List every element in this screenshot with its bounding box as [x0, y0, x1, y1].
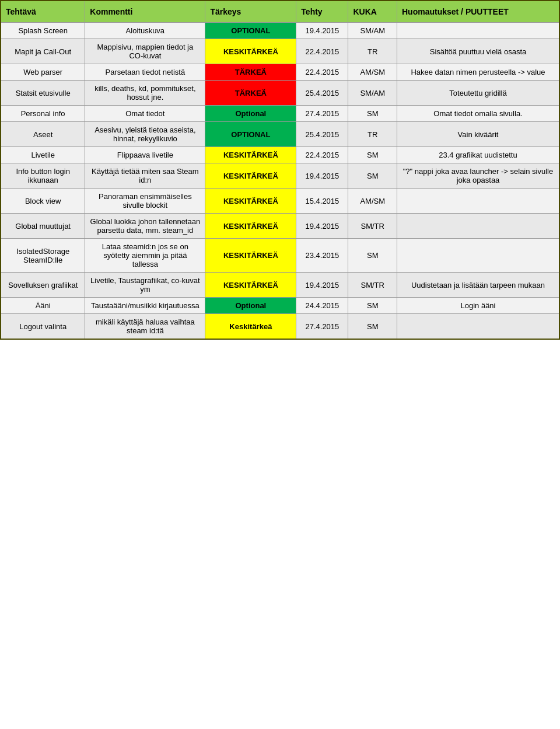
cell-huomautukset: Omat tiedot omalla sivulla.	[397, 106, 559, 122]
cell-huomautukset: Sisältöä puuttuu vielä osasta	[397, 39, 559, 64]
cell-tehtava: Logout valinta	[1, 314, 85, 340]
cell-tehtava: Block view	[1, 189, 85, 214]
cell-huomautukset: Hakee datan nimen perusteella -> value	[397, 64, 559, 81]
cell-kuka: SM/AM	[348, 23, 397, 39]
cell-tarkeys: Optional	[205, 106, 296, 122]
cell-huomautukset: Uudistetaan ja lisätään tarpeen mukaan	[397, 273, 559, 298]
cell-tehtava: Personal info	[1, 106, 85, 122]
cell-kuka: SM	[348, 106, 397, 122]
cell-tehty: 25.4.2015	[296, 122, 348, 147]
cell-tehtava: Global muuttujat	[1, 214, 85, 239]
table-row: Logout valintamikäli käyttäjä haluaa vai…	[1, 314, 559, 340]
cell-tehty: 15.4.2015	[296, 189, 348, 214]
cell-tarkeys: OPTIONAL	[205, 23, 296, 39]
cell-tarkeys: Optional	[205, 298, 296, 314]
cell-huomautukset	[397, 23, 559, 39]
table-row: Personal infoOmat tiedotOptional27.4.201…	[1, 106, 559, 122]
cell-huomautukset	[397, 189, 559, 214]
table-row: Info button login ikkunaanKäyttäjä tietä…	[1, 163, 559, 189]
cell-tarkeys: Keskitärkeä	[205, 314, 296, 340]
cell-huomautukset: Toteutettu gridillä	[397, 81, 559, 106]
cell-tehtava: IsolatedStorage SteamID:lle	[1, 239, 85, 273]
cell-kuka: SM/TR	[348, 273, 397, 298]
header-kommentti: Kommentti	[85, 1, 205, 23]
header-tarkeys: Tärkeys	[205, 1, 296, 23]
cell-kommentti: Käyttäjä tietää miten saa Steam id:n	[85, 163, 205, 189]
cell-kommentti: Aloituskuva	[85, 23, 205, 39]
table-row: Sovelluksen grafiikatLivetile, Taustagra…	[1, 273, 559, 298]
cell-huomautukset: Vain kiväärit	[397, 122, 559, 147]
cell-tarkeys: TÄRKEÄ	[205, 64, 296, 81]
cell-tehtava: Info button login ikkunaan	[1, 163, 85, 189]
header-kuka: KUKA	[348, 1, 397, 23]
cell-tarkeys: KESKITÄRKEÄ	[205, 163, 296, 189]
cell-huomautukset: 23.4 grafiikat uudistettu	[397, 147, 559, 163]
cell-kommentti: Flippaava livetile	[85, 147, 205, 163]
table-row: AseetAsesivu, yleistä tietoa aseista, hi…	[1, 122, 559, 147]
cell-tehty: 19.4.2015	[296, 273, 348, 298]
cell-kommentti: Panoraman ensimmäiselles sivulle blockit	[85, 189, 205, 214]
cell-tehtava: Splash Screen	[1, 23, 85, 39]
cell-tehty: 19.4.2015	[296, 23, 348, 39]
cell-tarkeys: KESKITÄRKEÄ	[205, 273, 296, 298]
cell-kommentti: Parsetaan tiedot netistä	[85, 64, 205, 81]
table-row: LivetileFlippaava livetileKESKITÄRKEÄ22.…	[1, 147, 559, 163]
cell-kuka: SM/AM	[348, 81, 397, 106]
cell-tehty: 27.4.2015	[296, 314, 348, 340]
cell-huomautukset	[397, 314, 559, 340]
table-row: Web parserParsetaan tiedot netistäTÄRKEÄ…	[1, 64, 559, 81]
header-tehty: Tehty	[296, 1, 348, 23]
cell-kommentti: mikäli käyttäjä haluaa vaihtaa steam id:…	[85, 314, 205, 340]
cell-kommentti: Livetile, Taustagrafiikat, co-kuvat ym	[85, 273, 205, 298]
cell-kommentti: Asesivu, yleistä tietoa aseista, hinnat,…	[85, 122, 205, 147]
table-row: Statsit etusivullekills, deaths, kd, pom…	[1, 81, 559, 106]
table-row: IsolatedStorage SteamID:lleLataa steamid…	[1, 239, 559, 273]
cell-tarkeys: KESKITÄRKEÄ	[205, 39, 296, 64]
cell-kuka: TR	[348, 122, 397, 147]
table-row: Global muuttujatGlobal luokka johon tall…	[1, 214, 559, 239]
cell-kuka: AM/SM	[348, 64, 397, 81]
cell-tehtava: Mapit ja Call-Out	[1, 39, 85, 64]
header-huomautukset: Huomautukset / PUUTTEET	[397, 1, 559, 23]
table-row: Splash ScreenAloituskuvaOPTIONAL19.4.201…	[1, 23, 559, 39]
main-table: Tehtävä Kommentti Tärkeys Tehty KUKA Huo…	[0, 0, 560, 340]
cell-tarkeys: TÄRKEÄ	[205, 81, 296, 106]
cell-tehty: 22.4.2015	[296, 64, 348, 81]
cell-tehtava: Aseet	[1, 122, 85, 147]
cell-kuka: SM	[348, 147, 397, 163]
cell-kuka: SM/TR	[348, 214, 397, 239]
cell-tarkeys: KESKITÄRKEÄ	[205, 147, 296, 163]
cell-tarkeys: OPTIONAL	[205, 122, 296, 147]
cell-kuka: AM/SM	[348, 189, 397, 214]
header-tehtava: Tehtävä	[1, 1, 85, 23]
cell-tehty: 22.4.2015	[296, 39, 348, 64]
cell-tehty: 27.4.2015	[296, 106, 348, 122]
table-row: Block viewPanoraman ensimmäiselles sivul…	[1, 189, 559, 214]
cell-tarkeys: KESKITÄRKEÄ	[205, 189, 296, 214]
cell-tehty: 22.4.2015	[296, 147, 348, 163]
cell-huomautukset: Login ääni	[397, 298, 559, 314]
cell-tehty: 19.4.2015	[296, 163, 348, 189]
cell-kuka: SM	[348, 314, 397, 340]
cell-tehty: 19.4.2015	[296, 214, 348, 239]
cell-kommentti: Lataa steamid:n jos se on syötetty aiemm…	[85, 239, 205, 273]
cell-kuka: SM	[348, 298, 397, 314]
cell-kuka: SM	[348, 239, 397, 273]
cell-kommentti: Taustaääni/musiikki kirjautuessa	[85, 298, 205, 314]
cell-tehtava: Livetile	[1, 147, 85, 163]
table-row: Mapit ja Call-OutMappisivu, mappien tied…	[1, 39, 559, 64]
cell-huomautukset	[397, 214, 559, 239]
cell-tehty: 24.4.2015	[296, 298, 348, 314]
cell-tarkeys: KESKITÄRKEÄ	[205, 214, 296, 239]
cell-kuka: SM	[348, 163, 397, 189]
cell-tarkeys: KESKITÄRKEÄ	[205, 239, 296, 273]
cell-tehtava: Ääni	[1, 298, 85, 314]
table-row: ÄäniTaustaääni/musiikki kirjautuessaOpti…	[1, 298, 559, 314]
cell-kuka: TR	[348, 39, 397, 64]
cell-tehtava: Sovelluksen grafiikat	[1, 273, 85, 298]
cell-kommentti: Global luokka johon tallennetaan parsett…	[85, 214, 205, 239]
cell-kommentti: Mappisivu, mappien tiedot ja CO-kuvat	[85, 39, 205, 64]
cell-huomautukset: "?" nappi joka avaa launcher -> selain s…	[397, 163, 559, 189]
cell-tehtava: Statsit etusivulle	[1, 81, 85, 106]
cell-kommentti: Omat tiedot	[85, 106, 205, 122]
